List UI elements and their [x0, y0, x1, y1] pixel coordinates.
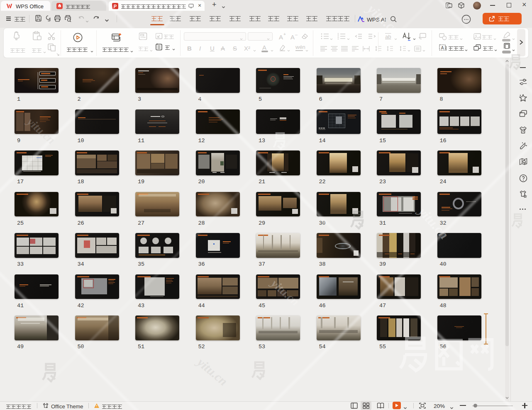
svg-text:P: P — [114, 4, 117, 9]
svg-text:A: A — [441, 46, 444, 50]
